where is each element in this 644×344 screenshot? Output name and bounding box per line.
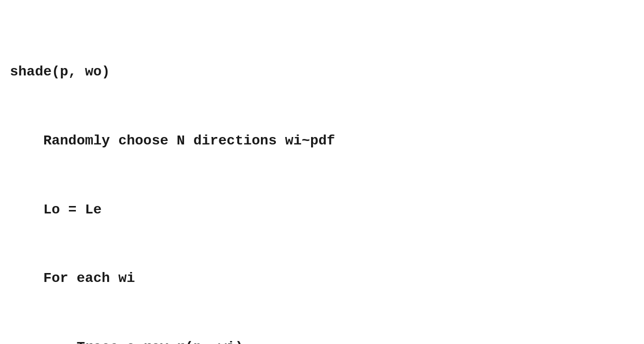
code-line-4: For each wi	[10, 267, 477, 290]
code-text: For each wi	[10, 271, 135, 286]
code-line-5: Trace a ray r(p, wi)	[10, 336, 477, 344]
code-line-3: Lo = Le	[10, 199, 477, 221]
code-line-2: Randomly choose N directions wi~pdf	[10, 130, 477, 152]
code-text: Trace a ray r(p, wi)	[10, 340, 243, 344]
code-line-1: shade(p, wo)	[10, 61, 477, 83]
code-text: Randomly choose N directions wi~pdf	[10, 133, 335, 148]
code-text: Lo = Le	[10, 202, 102, 217]
code-text: shade(p, wo)	[10, 64, 110, 79]
code-display: shade(p, wo) Randomly choose N direction…	[0, 0, 487, 344]
